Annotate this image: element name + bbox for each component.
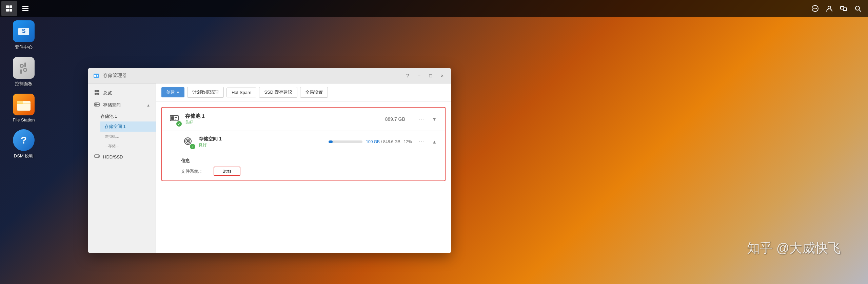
pool-size: 889.7 GB	[385, 116, 405, 122]
dsm-help-label: DSM 说明	[14, 153, 34, 159]
volume-used-text: 100 GB / 848.6 GB	[366, 139, 400, 144]
chat-icon	[811, 5, 819, 12]
svg-rect-1	[9, 5, 12, 8]
hotspare-button[interactable]: Hot Spare	[226, 88, 257, 97]
svg-rect-21	[24, 62, 26, 67]
package-center-icon: S	[13, 20, 35, 42]
window-maximize-btn[interactable]: □	[426, 71, 435, 80]
hotspare-label: Hot Spare	[232, 90, 252, 95]
taskbar-window-btn[interactable]	[837, 2, 850, 15]
pool-name: 存储池 1	[185, 113, 381, 119]
desktop-icon-dsm-help[interactable]: ? DSM 说明	[7, 129, 41, 159]
svg-point-23	[24, 69, 26, 71]
control-panel-label: 控制面板	[15, 81, 33, 87]
package-center-label: 套件中心	[15, 44, 33, 50]
sidebar-hdd-label: HDD/SSD	[103, 154, 123, 159]
svg-rect-42	[175, 119, 176, 119]
window-body: 总览 存储空间 ▲ 存储池 1	[88, 83, 451, 253]
create-button[interactable]: 创建 ▼	[161, 87, 184, 97]
sidebar-sub2-item[interactable]: …存储…	[100, 141, 156, 151]
taskbar	[0, 0, 868, 17]
svg-point-45	[187, 140, 189, 142]
info-row-filesystem: 文件系统： Btrfs	[181, 167, 439, 176]
window-title: 存储管理器	[103, 73, 400, 79]
storage-pool-header: ✓ 存储池 1 良好 889.7 GB ··· ▼	[162, 108, 445, 131]
taskbar-chat-btn[interactable]	[808, 2, 822, 15]
svg-rect-2	[6, 9, 9, 12]
sidebar-volume-item[interactable]: 存储空间 1	[100, 121, 156, 132]
pool-expand-btn[interactable]: ▼	[429, 115, 439, 123]
filesystem-value: Btrfs	[214, 167, 240, 176]
ssd-button[interactable]: SSD 缓存建议	[259, 87, 297, 98]
svg-rect-3	[9, 9, 12, 12]
pool-more-btn[interactable]: ···	[416, 115, 428, 124]
sidebar-item-overview[interactable]: 总览	[88, 87, 156, 99]
pool-actions: ··· ▼	[416, 115, 439, 124]
taskbar-grid-btn[interactable]	[1, 1, 17, 16]
window-help-btn[interactable]: ?	[403, 71, 412, 80]
desktop-icon-package-center[interactable]: S 套件中心	[7, 20, 41, 50]
sidebar-sub1-label: 虚拟机…	[104, 134, 119, 138]
volume-status-badge: ✓	[190, 144, 195, 149]
volume-name: 存储空间 1	[199, 136, 324, 142]
desktop-icon-control-panel[interactable]: 控制面板	[7, 57, 41, 87]
sidebar-volume-label: 存储空间 1	[104, 124, 126, 130]
pool-icon-container: ✓	[167, 112, 181, 126]
sidebar-pool-item[interactable]: 存储池 1	[100, 111, 156, 121]
svg-rect-35	[95, 103, 97, 106]
svg-rect-27	[94, 75, 96, 77]
sidebar-sub1-item[interactable]: 虚拟机…	[100, 132, 156, 141]
svg-rect-32	[95, 93, 97, 95]
settings-label: 全局设置	[305, 90, 323, 95]
svg-point-11	[828, 6, 831, 9]
svg-point-9	[815, 8, 816, 9]
dsm-help-icon: ?	[13, 129, 35, 151]
list-icon	[22, 5, 29, 12]
sidebar-storage-label: 存储空间	[103, 102, 121, 108]
desktop-icon-file-station[interactable]: File Station	[7, 94, 41, 122]
volume-usage: 100 GB / 848.6 GB 12%	[329, 139, 412, 144]
volume-actions: ··· ▲	[416, 137, 439, 146]
sidebar-expand-icon: ▲	[146, 103, 150, 107]
svg-rect-20	[20, 69, 22, 74]
sidebar: 总览 存储空间 ▲ 存储池 1	[88, 83, 156, 253]
schedule-button[interactable]: 计划数据清理	[187, 87, 224, 98]
volume-info: 存储空间 1 良好	[199, 136, 324, 148]
sidebar-item-hdd[interactable]: HDD/SSD	[88, 151, 156, 163]
pool-status-badge: ✓	[176, 121, 182, 127]
svg-point-38	[98, 156, 99, 157]
sidebar-section-storage[interactable]: 存储空间 ▲	[88, 99, 156, 111]
svg-point-8	[813, 8, 814, 9]
filesystem-label: 文件系统：	[181, 168, 208, 174]
svg-point-10	[816, 8, 817, 9]
sidebar-overview-label: 总览	[103, 90, 112, 96]
storage-pool-card: ✓ 存储池 1 良好 889.7 GB ··· ▼	[161, 107, 446, 181]
taskbar-list-btn[interactable]	[18, 1, 33, 16]
schedule-label: 计划数据清理	[192, 90, 219, 95]
volume-more-btn[interactable]: ···	[416, 137, 428, 146]
taskbar-search-btn[interactable]	[851, 2, 865, 15]
volume-collapse-btn[interactable]: ▲	[429, 138, 439, 146]
svg-rect-36	[97, 104, 99, 105]
settings-button[interactable]: 全局设置	[300, 87, 328, 98]
svg-point-19	[21, 65, 23, 67]
volume-total: 848.6 GB	[383, 139, 400, 144]
toolbar: 创建 ▼ 计划数据清理 Hot Spare SSD 缓存建议 全局设置	[156, 83, 451, 101]
user-icon	[826, 5, 833, 12]
sidebar-sub2-label: …存储…	[104, 144, 119, 148]
svg-rect-33	[97, 93, 99, 95]
control-panel-icon	[13, 57, 35, 79]
desktop-icons-area: S 套件中心 控制面板 File Station	[7, 20, 41, 159]
taskbar-user-btn[interactable]	[823, 2, 836, 15]
sidebar-pool-label: 存储池 1	[100, 113, 117, 119]
svg-rect-0	[6, 5, 9, 8]
window-close-btn[interactable]: ×	[437, 71, 447, 80]
window-controls: ? − □ ×	[403, 71, 447, 80]
search-icon	[854, 5, 862, 12]
volume-percent: 12%	[404, 139, 412, 144]
ssd-label: SSD 缓存建议	[264, 90, 292, 95]
svg-rect-6	[22, 10, 28, 11]
svg-rect-41	[175, 117, 177, 118]
svg-text:S: S	[22, 28, 26, 34]
window-minimize-btn[interactable]: −	[414, 71, 424, 80]
